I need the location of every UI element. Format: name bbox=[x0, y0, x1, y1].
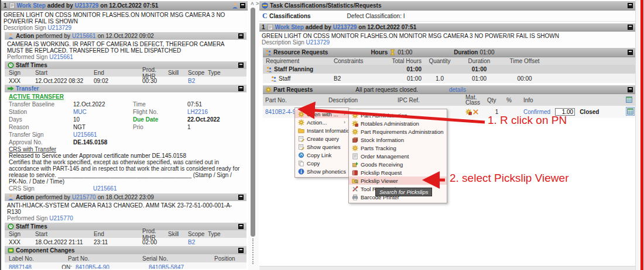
submenu-item-pickslip-viewer[interactable]: Pickslip Viewer bbox=[349, 176, 447, 185]
submenu-item-part-administration[interactable]: Part Administration bbox=[349, 111, 447, 119]
right-scrollbar-track[interactable] bbox=[635, 0, 640, 270]
vertical-scrollbar[interactable]: > > bbox=[248, 0, 259, 270]
staff-times-1-columns: Sign Start End Prod. MHR Skill Scope Typ… bbox=[5, 69, 246, 77]
component-changes-body[interactable]: 8887148 ON: 8410B5-4-90 8410B5-5847 Cert… bbox=[5, 262, 246, 269]
window-control-icon[interactable] bbox=[238, 224, 244, 229]
col-skill: Skill bbox=[168, 70, 188, 76]
submenu-item-label: Stock Information bbox=[361, 137, 404, 143]
submenu-item-order-management[interactable]: Order Management bbox=[349, 152, 447, 160]
performed-sign-label: Performed Sign bbox=[7, 54, 47, 60]
submenu-item-rotables-administration[interactable]: Rotables Administration bbox=[349, 119, 447, 127]
field-label: Flight No. bbox=[133, 108, 187, 116]
field-label: Time bbox=[133, 101, 187, 108]
tools-icon bbox=[352, 186, 358, 192]
workstep-header-right[interactable]: 1 Work Step added by U213729 on 12.Oct.2… bbox=[259, 23, 635, 32]
col-label-no: Label No. bbox=[5, 255, 68, 262]
submenu-item-goods-receiving[interactable]: Goods Receiving bbox=[349, 160, 447, 168]
menu-item-instant-information[interactable]: Instant Information bbox=[295, 126, 348, 134]
scrollbar-thumb[interactable] bbox=[251, 8, 255, 237]
on-serial-link[interactable]: 8410B5-5847 bbox=[149, 264, 221, 269]
transfer-header[interactable]: Transfer bbox=[5, 85, 246, 92]
station-link[interactable]: MUC bbox=[73, 108, 133, 116]
workstep-user-link[interactable]: U213729 bbox=[75, 2, 99, 9]
submenu-item-label: Pickslip Viewer bbox=[361, 178, 398, 184]
menu-item-open-with[interactable]: Open with ...› bbox=[295, 110, 348, 118]
label-no-link[interactable]: 8887148 bbox=[9, 264, 57, 269]
staff-times-1-row[interactable]: XXX 12.Oct.2022 08:32 09:02 00:30 B2 bbox=[5, 77, 246, 85]
menu-item-show-queries[interactable]: Show queries bbox=[295, 143, 348, 151]
classifications-row[interactable]: C Classifications Defect Classification:… bbox=[259, 11, 635, 22]
performed-sign-link[interactable]: U215661 bbox=[49, 54, 73, 60]
window-control-icon[interactable] bbox=[238, 86, 244, 91]
submenu-arrow-icon: › bbox=[344, 119, 345, 125]
part-requests-header[interactable]: Part Requests All part requests closed. … bbox=[263, 85, 635, 94]
hourglass-icon bbox=[389, 49, 396, 56]
workstep-user-link[interactable]: U213729 bbox=[333, 24, 357, 30]
workstep-header[interactable]: 1 Work Step added by U213729 on 12.Oct.2… bbox=[1, 1, 248, 11]
window-control-icon[interactable] bbox=[238, 248, 244, 253]
col-serial-no: Serial No. bbox=[142, 255, 214, 262]
gear-icon bbox=[352, 129, 358, 135]
menu-item-action[interactable]: Action...› bbox=[295, 118, 348, 126]
submenu-item-parts-tracking[interactable]: Parts Tracking bbox=[349, 144, 447, 152]
menu-item-copy-link[interactable]: Copy Link bbox=[295, 151, 348, 159]
resource-requests-header[interactable]: Resource Requests Hours 01:00 Duration 0… bbox=[263, 48, 635, 57]
active-transfer-label[interactable]: ACTIVE TRANSFER bbox=[5, 94, 246, 101]
staff-times-2-row[interactable]: XXX 18.Oct.2022 21:11 23:11 02:00 B2 bbox=[5, 238, 246, 246]
action1-meta: performed by bbox=[36, 33, 70, 39]
window-control-icon[interactable] bbox=[238, 33, 244, 39]
part-requests-status: All part requests closed. bbox=[355, 86, 418, 93]
submenu-item-pickslip-request[interactable]: Pickslip Request bbox=[349, 168, 447, 176]
action1-user-link[interactable]: U215661 bbox=[72, 33, 96, 39]
window-control-icon[interactable] bbox=[628, 25, 633, 30]
submenu-item-stock-information[interactable]: Stock Information bbox=[349, 136, 447, 144]
cell-scope-link[interactable]: B2 bbox=[188, 78, 208, 84]
col-type: Type bbox=[208, 70, 225, 76]
description-sign-link[interactable]: U213729 bbox=[48, 25, 72, 31]
menu-item-label: Show queries bbox=[307, 144, 341, 150]
details-link[interactable]: details bbox=[449, 86, 466, 93]
window-control-icon[interactable] bbox=[628, 87, 633, 92]
staff-times-1-header[interactable]: Staff Times bbox=[5, 61, 246, 69]
description-sign-link[interactable]: U213729 bbox=[306, 39, 330, 46]
window-control-icon[interactable] bbox=[238, 63, 244, 68]
performed-sign-link[interactable]: U215770 bbox=[49, 215, 73, 221]
col-type: Type bbox=[208, 231, 225, 237]
scroll-up-icon[interactable]: > bbox=[249, 2, 255, 5]
link-icon bbox=[298, 152, 304, 158]
field-value: 10 bbox=[73, 116, 133, 123]
window-control-icon[interactable] bbox=[238, 195, 244, 200]
menu-item-show-phonetics[interactable]: Show phonetics bbox=[295, 167, 348, 175]
staff-times-2-header[interactable]: Staff Times bbox=[5, 223, 246, 230]
crs-sign-link[interactable]: U215661 bbox=[93, 185, 117, 192]
window-control-icon[interactable] bbox=[628, 50, 633, 55]
col-ipc-ref: IPC Ref. bbox=[398, 97, 465, 103]
component-changes-header[interactable]: Component Changes bbox=[5, 246, 246, 254]
task-classifications-header[interactable]: Task Classifications/Statistics/Requests bbox=[259, 1, 635, 11]
classification-badge: C bbox=[262, 12, 269, 20]
shield-icon bbox=[262, 2, 268, 9]
on-part-link[interactable]: 8410B5-4-90 bbox=[76, 264, 149, 269]
annotation-step2: 2. select Pickslip Viewer bbox=[450, 172, 568, 185]
flight-link[interactable]: LH2216 bbox=[187, 108, 246, 116]
window-control-icon[interactable] bbox=[628, 3, 633, 8]
transfer-sign-link[interactable]: U215661 bbox=[73, 131, 133, 139]
field-label: Approval No. bbox=[9, 139, 73, 146]
menu-item-create-query[interactable]: Create query bbox=[295, 134, 348, 143]
window-control-icon[interactable] bbox=[240, 3, 245, 8]
staff-planning-row[interactable]: Staff Planning 01:00 01:00 bbox=[263, 65, 635, 74]
menu-item-label: Copy bbox=[307, 160, 320, 167]
approval-no-value: DE.145.0158 bbox=[73, 139, 133, 146]
submenu-item-part-requirements-administration[interactable]: Part Requirements Administration bbox=[349, 127, 447, 136]
action2-header[interactable]: Action performed by U215770 on 18.Oct.20… bbox=[5, 193, 246, 201]
staff-row[interactable]: Staff B2 01:00 1.0 01:00 00:00 bbox=[263, 74, 635, 83]
action2-user-link[interactable]: U215770 bbox=[72, 194, 96, 200]
cell-scope-link[interactable]: B2 bbox=[188, 239, 208, 245]
action1-header[interactable]: Action performed by U215661 on 12.Oct.20… bbox=[5, 32, 246, 40]
certifies-text: Certifies that the work specified, excep… bbox=[5, 159, 242, 185]
menu-item-copy[interactable]: Copy bbox=[295, 159, 348, 167]
status-bar bbox=[259, 266, 635, 270]
pickslip-table-icon[interactable] bbox=[625, 96, 633, 103]
pickslip-table-icon[interactable] bbox=[626, 108, 634, 115]
panel-collapse-icon[interactable]: > bbox=[256, 1, 259, 6]
